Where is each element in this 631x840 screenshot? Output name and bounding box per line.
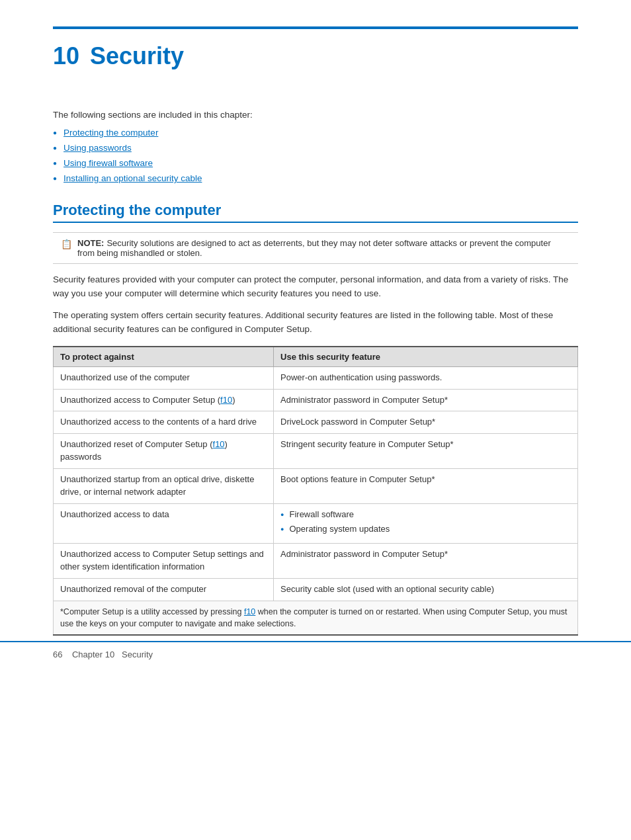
table-cell-protect: Unauthorized reset of Computer Setup (f1… [54, 434, 274, 469]
toc-link-protecting[interactable]: Protecting the computer [63, 128, 158, 138]
table-cell-feature: Boot options feature in Computer Setup* [274, 468, 578, 503]
toc-link-passwords[interactable]: Using passwords [63, 143, 132, 153]
table-cell-protect: Unauthorized access to Computer Setup se… [54, 544, 274, 579]
intro-text: The following sections are included in t… [53, 110, 578, 120]
table-row: Unauthorized removal of the computer Sec… [54, 578, 578, 601]
toc-item-2: Using passwords [53, 143, 578, 153]
table-row: Unauthorized access to Computer Setup (f… [54, 389, 578, 411]
bottom-rule [0, 641, 631, 642]
table-cell-feature: DriveLock password in Computer Setup* [274, 411, 578, 434]
table-cell-feature-bullets: Firewall software Operating system updat… [274, 503, 578, 544]
note-box: 📋 NOTE:Security solutions are designed t… [53, 232, 578, 264]
page-footer: 66 Chapter 10 Security [53, 650, 153, 659]
body-para-1: Security features provided with your com… [53, 273, 578, 301]
section-heading-protecting: Protecting the computer [53, 202, 578, 223]
chapter-title: Security [90, 42, 184, 70]
toc-link-cable[interactable]: Installing an optional security cable [63, 173, 202, 183]
table-cell-protect: Unauthorized startup from an optical dri… [54, 468, 274, 503]
top-rule [53, 26, 578, 29]
security-table: To protect against Use this security fea… [53, 346, 578, 636]
toc-item-1: Protecting the computer [53, 128, 578, 138]
toc-link-firewall[interactable]: Using firewall software [63, 158, 153, 168]
note-content: NOTE:Security solutions are designed to … [77, 238, 570, 258]
f10-link-2[interactable]: f10 [213, 439, 225, 449]
note-label: NOTE: [77, 238, 104, 248]
table-cell-feature: Power-on authentication using passwords. [274, 366, 578, 389]
table-row: Unauthorized startup from an optical dri… [54, 468, 578, 503]
table-row: Unauthorized access to data Firewall sof… [54, 503, 578, 544]
list-item: Firewall software [280, 509, 571, 521]
table-row: Unauthorized reset of Computer Setup (f1… [54, 434, 578, 469]
toc-item-3: Using firewall software [53, 158, 578, 168]
note-text: Security solutions are designed to act a… [77, 238, 551, 258]
table-cell-protect: Unauthorized removal of the computer [54, 578, 274, 601]
table-footer-cell: *Computer Setup is a utility accessed by… [54, 601, 578, 635]
table-header-col1: To protect against [54, 347, 274, 367]
table-row: Unauthorized use of the computer Power-o… [54, 366, 578, 389]
f10-link-footer[interactable]: f10 [244, 607, 255, 616]
table-cell-feature: Administrator password in Computer Setup… [274, 389, 578, 411]
list-item: Operating system updates [280, 523, 571, 536]
table-row: Unauthorized access to Computer Setup se… [54, 544, 578, 579]
table-cell-protect: Unauthorized access to the contents of a… [54, 411, 274, 434]
table-header-col2: Use this security feature [274, 347, 578, 367]
table-cell-feature: Security cable slot (used with an option… [274, 578, 578, 601]
table-cell-feature: Administrator password in Computer Setup… [274, 544, 578, 579]
table-cell-protect: Unauthorized use of the computer [54, 366, 274, 389]
table-cell-protect: Unauthorized access to Computer Setup (f… [54, 389, 274, 411]
chapter-number: 10 [53, 42, 79, 70]
footer-text: 66 Chapter 10 Security [53, 650, 153, 659]
toc-list: Protecting the computer Using passwords … [53, 128, 578, 183]
chapter-heading: 10 Security [53, 42, 578, 70]
toc-item-4: Installing an optional security cable [53, 173, 578, 183]
f10-link[interactable]: f10 [220, 395, 232, 405]
table-footer-row: *Computer Setup is a utility accessed by… [54, 601, 578, 635]
table-cell-protect: Unauthorized access to data [54, 503, 274, 544]
table-cell-feature: Stringent security feature in Computer S… [274, 434, 578, 469]
body-para-2: The operating system offers certain secu… [53, 309, 578, 337]
table-row: Unauthorized access to the contents of a… [54, 411, 578, 434]
note-icon: 📋 [61, 239, 72, 249]
page-container: 10 Security The following sections are i… [0, 0, 631, 675]
